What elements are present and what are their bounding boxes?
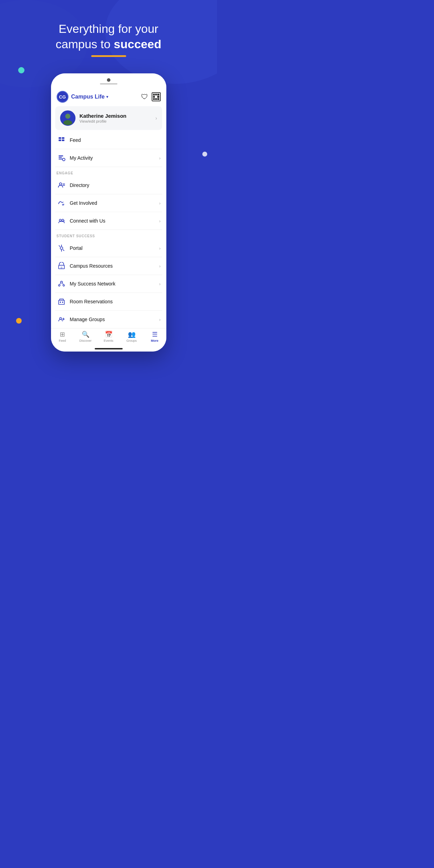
feed-label: Feed: [70, 137, 161, 143]
campus-resources-icon: [57, 261, 66, 271]
hero-line2-prefix: campus to: [56, 37, 114, 51]
svg-point-26: [58, 284, 60, 286]
header-icons: 🛡: [141, 92, 161, 101]
svg-rect-8: [58, 157, 62, 158]
my-success-network-chevron: ›: [159, 281, 160, 287]
svg-rect-32: [62, 302, 63, 303]
home-indicator: [51, 346, 166, 352]
svg-rect-3: [58, 137, 61, 139]
orange-underline: [91, 55, 126, 57]
app-name: Campus Life: [71, 94, 105, 100]
shield-icon[interactable]: 🛡: [141, 93, 148, 101]
nav-item-events[interactable]: 📅 Events: [97, 331, 120, 342]
white-dot: [202, 152, 207, 157]
nav-more-icon: ☰: [152, 331, 158, 338]
room-reservations-icon: [57, 297, 66, 306]
directory-label: Directory: [70, 182, 161, 188]
get-involved-label: Get Involved: [70, 200, 159, 206]
svg-point-27: [63, 284, 65, 286]
nav-groups-label: Groups: [126, 339, 137, 342]
menu-item-portal[interactable]: Portal ›: [55, 239, 162, 257]
home-bar: [95, 348, 123, 349]
my-success-network-icon: [57, 279, 66, 289]
manage-groups-label: Manage Groups: [70, 317, 159, 322]
svg-rect-31: [60, 302, 61, 303]
menu-list: Feed My Activity › ENGAGE Directory Get …: [51, 131, 166, 328]
nav-item-more[interactable]: ☰ More: [143, 331, 166, 342]
nav-item-feed[interactable]: ⊞ Feed: [51, 331, 74, 342]
nav-discover-icon: 🔍: [82, 331, 89, 338]
feed-icon: [57, 135, 66, 145]
nav-item-groups[interactable]: 👥 Groups: [120, 331, 143, 342]
svg-point-15: [59, 219, 61, 221]
menu-item-my-activity[interactable]: My Activity ›: [55, 149, 162, 167]
menu-item-feed[interactable]: Feed: [55, 131, 162, 149]
connect-with-us-chevron: ›: [159, 218, 160, 224]
svg-rect-24: [60, 267, 63, 269]
portal-icon: [57, 243, 66, 253]
profile-info: Katherine Jemison View/edit profile: [80, 113, 155, 123]
bottom-nav: ⊞ Feed 🔍 Discover 📅 Events 👥 Groups ☰ Mo…: [51, 328, 166, 346]
svg-line-28: [59, 283, 60, 285]
phone-top: [51, 73, 166, 88]
svg-rect-30: [58, 300, 64, 304]
svg-point-11: [59, 183, 62, 185]
my-activity-chevron: ›: [159, 155, 160, 161]
svg-point-18: [60, 247, 63, 249]
manage-groups-icon: [57, 314, 66, 324]
student-success-section-header: STUDENT SUCCESS: [55, 230, 162, 239]
svg-line-22: [63, 250, 64, 251]
nav-groups-icon: 👥: [128, 331, 136, 338]
qr-code-icon[interactable]: [152, 92, 161, 101]
svg-rect-4: [62, 137, 64, 139]
nav-events-icon: 📅: [105, 331, 113, 338]
menu-item-room-reservations[interactable]: Room Reservations: [55, 293, 162, 311]
campus-resources-chevron: ›: [159, 263, 160, 269]
phone-camera: [107, 78, 110, 82]
get-involved-icon: [57, 198, 66, 208]
connect-with-us-label: Connect with Us: [70, 218, 159, 224]
svg-point-33: [59, 318, 62, 320]
profile-name: Katherine Jemison: [80, 113, 155, 119]
nav-item-discover[interactable]: 🔍 Discover: [74, 331, 97, 342]
svg-rect-7: [58, 155, 63, 157]
nav-discover-label: Discover: [79, 339, 92, 342]
teal-dot: [18, 67, 24, 73]
profile-card[interactable]: Katherine Jemison View/edit profile ›: [55, 106, 162, 130]
avatar: [60, 110, 75, 126]
portal-label: Portal: [70, 245, 159, 251]
svg-point-25: [60, 281, 63, 283]
my-activity-icon: [57, 153, 66, 163]
manage-groups-chevron: ›: [159, 317, 160, 322]
svg-rect-9: [58, 159, 62, 159]
svg-line-21: [59, 246, 60, 247]
directory-icon: [57, 180, 66, 190]
hero-line1: Everything for your: [59, 22, 158, 35]
svg-rect-6: [62, 139, 64, 141]
menu-item-connect-with-us[interactable]: Connect with Us ›: [55, 212, 162, 230]
portal-chevron: ›: [159, 246, 160, 251]
get-involved-chevron: ›: [159, 201, 160, 206]
nav-events-label: Events: [104, 339, 114, 342]
svg-line-29: [62, 283, 63, 285]
nav-more-label: More: [151, 339, 159, 342]
svg-rect-5: [58, 139, 61, 141]
campus-resources-label: Campus Resources: [70, 263, 159, 269]
menu-item-get-involved[interactable]: Get Involved ›: [55, 194, 162, 212]
app-logo: CG: [57, 91, 68, 103]
svg-point-17: [63, 220, 65, 222]
app-header: CG Campus Life ▾ 🛡: [51, 88, 166, 106]
menu-item-my-success-network[interactable]: My Success Network ›: [55, 275, 162, 293]
phone-speaker: [100, 83, 117, 85]
menu-item-campus-resources[interactable]: Campus Resources ›: [55, 257, 162, 275]
app-name-chevron[interactable]: ▾: [106, 94, 108, 99]
hero-text: Everything for your campus to succeed: [0, 21, 217, 57]
engage-section-header: ENGAGE: [55, 167, 162, 176]
svg-point-1: [65, 114, 70, 119]
profile-chevron: ›: [155, 115, 157, 121]
nav-feed-label: Feed: [59, 339, 66, 342]
menu-item-directory[interactable]: Directory: [55, 176, 162, 194]
phone-mockup: CG Campus Life ▾ 🛡 Katherine Jemison Vie…: [51, 73, 166, 352]
menu-item-manage-groups[interactable]: Manage Groups ›: [55, 311, 162, 328]
my-activity-label: My Activity: [70, 155, 159, 161]
